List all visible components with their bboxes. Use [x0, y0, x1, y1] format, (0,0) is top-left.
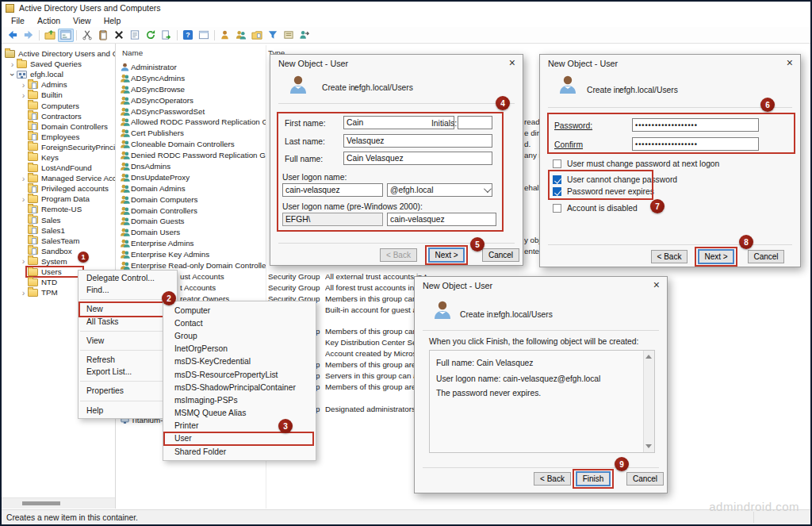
tree-item[interactable]: › Sales1 — [2, 225, 115, 236]
expand-chevron-icon[interactable]: › — [19, 91, 28, 99]
close-icon[interactable]: × — [653, 278, 660, 291]
tree-item[interactable]: › SalesTeam — [2, 236, 115, 246]
new-group-icon[interactable] — [233, 29, 249, 42]
tree-item[interactable]: › Employees — [2, 132, 115, 142]
refresh-icon[interactable] — [143, 29, 159, 42]
next-button[interactable]: Next > — [698, 249, 734, 264]
submenu-item[interactable]: msDS-KeyCredential — [163, 355, 316, 368]
cancel-button[interactable]: Cancel — [482, 248, 519, 262]
tree-item[interactable]: › Managed Service Accoun — [2, 173, 115, 183]
object-type-icon — [120, 261, 130, 270]
checkbox-icon[interactable] — [553, 204, 561, 213]
tree-item[interactable]: › ForeignSecurityPrincipals — [2, 142, 115, 152]
back-button[interactable]: < Back — [534, 472, 571, 486]
expand-chevron-icon[interactable]: › — [19, 175, 28, 182]
summary-scrollbar[interactable] — [643, 351, 654, 452]
tree-item[interactable]: › Admins — [2, 79, 115, 90]
object-name: Cloneable Domain Controllers — [131, 139, 266, 150]
expand-chevron-icon[interactable]: › — [8, 60, 17, 68]
next-button[interactable]: Next > — [428, 248, 465, 263]
expand-chevron-icon[interactable]: › — [19, 81, 28, 89]
close-icon[interactable]: × — [787, 56, 793, 69]
menu-item[interactable]: Action — [31, 15, 67, 26]
tree-item[interactable]: › Sales — [2, 215, 115, 225]
properties-doc-icon[interactable] — [127, 29, 143, 42]
delegate-icon[interactable] — [297, 29, 312, 42]
summary-line: User logon name: cain-velasquez@efgh.loc… — [436, 374, 600, 383]
checkbox-row[interactable]: User must change password at next logon — [553, 159, 719, 169]
menu-item[interactable]: View — [67, 15, 98, 26]
submenu-item[interactable]: MSMQ Queue Alias — [163, 407, 316, 420]
tree-item[interactable]: › Computers — [2, 100, 115, 110]
submenu-item[interactable]: InetOrgPerson — [163, 343, 316, 355]
finish-button[interactable]: Finish — [576, 471, 611, 486]
submenu-item-label: InetOrgPerson — [174, 344, 228, 353]
back-button[interactable]: < Back — [380, 248, 417, 262]
submenu-item[interactable]: Shared Folder — [163, 445, 316, 458]
scroll-up-icon[interactable] — [645, 355, 652, 359]
tree-item[interactable]: › Contractors — [2, 111, 115, 121]
tree-item[interactable]: › Program Data — [2, 194, 115, 204]
up-level-icon[interactable] — [42, 29, 58, 42]
menu-bar: FileActionViewHelp — [2, 14, 810, 27]
export-list-icon[interactable] — [159, 29, 174, 42]
tree-item[interactable]: › LostAndFound — [2, 163, 115, 173]
submenu-item[interactable]: Printer — [163, 420, 316, 432]
scrollbar-thumb[interactable] — [22, 501, 60, 505]
filter-icon[interactable] — [265, 29, 281, 42]
tree-item[interactable]: › Privileged accounts — [2, 183, 115, 194]
folder-icon — [5, 50, 15, 58]
submenu-item[interactable]: Group — [163, 329, 316, 342]
tree-item[interactable]: › Builtin — [2, 90, 115, 100]
tree-item[interactable]: › Domain Controllers — [2, 121, 115, 132]
scroll-down-icon[interactable] — [645, 444, 652, 448]
horizontal-scrollbar[interactable] — [2, 497, 115, 509]
cancel-button[interactable]: Cancel — [748, 250, 784, 263]
cut-icon[interactable] — [79, 29, 95, 42]
submenu-item[interactable]: Contact — [163, 317, 316, 329]
submenu-item-label: Contact — [174, 319, 203, 328]
tree-item[interactable]: › Sandbox — [2, 246, 115, 256]
help-icon[interactable]: ? — [180, 29, 196, 42]
submenu-item[interactable]: User — [163, 432, 316, 445]
submenu-item[interactable]: msDS-ShadowPrincipalContainer — [163, 381, 316, 394]
tree-item-label: efgh.local — [30, 70, 63, 79]
expand-chevron-icon[interactable]: › — [9, 70, 17, 79]
find-list-icon[interactable] — [281, 29, 297, 42]
checkbox-icon[interactable] — [553, 159, 561, 168]
tree-item[interactable]: › efgh.local — [2, 69, 115, 79]
context-menu-item-label: All Tasks — [86, 317, 118, 326]
folder-icon — [28, 175, 38, 182]
tree-item[interactable]: › Keys — [2, 152, 115, 163]
delete-icon[interactable] — [111, 29, 127, 42]
tree-item-label: Computers — [41, 102, 79, 110]
menu-item[interactable]: Help — [98, 15, 128, 26]
expand-chevron-icon[interactable]: › — [19, 195, 28, 203]
folder-icon — [28, 164, 38, 172]
finish-intro-text: When you click Finish, the following obj… — [429, 337, 638, 346]
show-console-tree-icon[interactable] — [58, 29, 74, 42]
object-name: Domain Admins — [131, 183, 266, 194]
column-header-name[interactable]: Name — [122, 48, 143, 57]
menu-item[interactable]: File — [5, 15, 31, 26]
checkbox-row[interactable]: Account is disabled — [553, 203, 638, 213]
submenu-item[interactable]: msDS-ResourcePropertyList — [163, 368, 316, 381]
back-button[interactable]: < Back — [651, 250, 688, 263]
expand-chevron-icon[interactable]: › — [19, 289, 28, 297]
object-type-icon — [120, 228, 130, 236]
expand-chevron-icon[interactable]: › — [19, 257, 28, 265]
tree-item[interactable]: › Remote-US — [2, 204, 115, 214]
paste-icon[interactable] — [95, 29, 111, 42]
context-menu-item[interactable]: Delegate Control... — [79, 272, 177, 284]
window-icon[interactable] — [196, 29, 212, 42]
new-ou-icon[interactable] — [249, 29, 265, 42]
close-icon[interactable]: × — [509, 56, 515, 69]
new-user-icon[interactable] — [217, 29, 233, 42]
forward-icon[interactable] — [21, 29, 36, 42]
tree-item[interactable]: › Active Directory Users and Comp — [2, 48, 115, 59]
submenu-item[interactable]: msImaging-PSPs — [163, 394, 316, 406]
back-icon[interactable] — [5, 29, 21, 42]
tree-item[interactable]: › Saved Queries — [2, 59, 115, 69]
cancel-button[interactable]: Cancel — [626, 472, 664, 486]
submenu-item[interactable]: Computer — [163, 304, 316, 317]
